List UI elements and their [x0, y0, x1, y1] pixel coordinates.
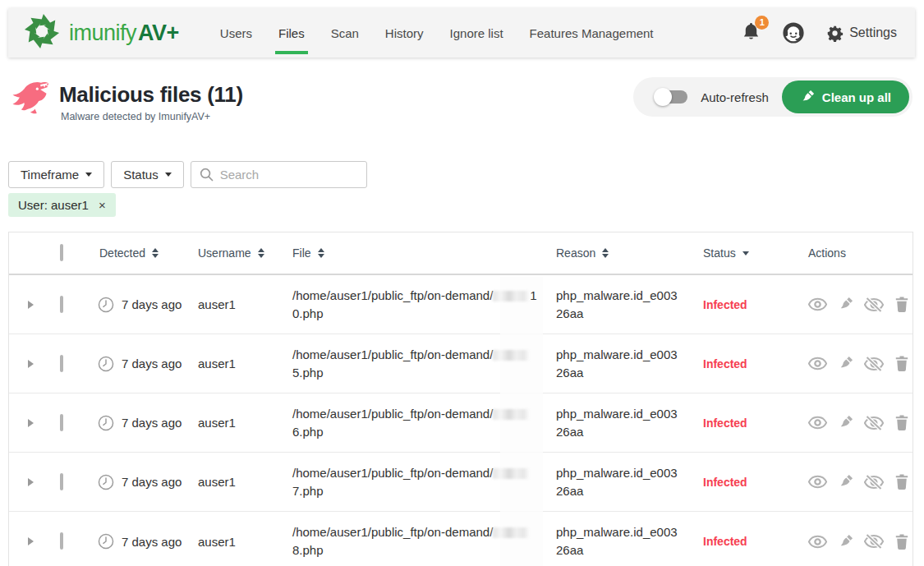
detected-cell: 7 days ago	[83, 533, 190, 550]
status-dropdown[interactable]: Status	[111, 161, 184, 188]
username-cell: auser1	[190, 297, 284, 311]
username-cell: auser1	[190, 416, 284, 430]
redacted-filename	[493, 291, 529, 301]
notifications-bell-icon[interactable]: 1	[742, 21, 761, 45]
delete-trash-icon[interactable]	[894, 533, 909, 550]
expand-row-button[interactable]	[9, 478, 52, 486]
column-header-file[interactable]: File	[284, 246, 548, 260]
chevron-right-icon	[28, 301, 34, 309]
auto-refresh-toggle[interactable]	[656, 90, 687, 104]
row-actions	[800, 355, 913, 372]
nav-item-files[interactable]: Files	[265, 8, 318, 58]
nav-item-users[interactable]: Users	[207, 8, 265, 58]
table-row: 7 days ago auser1 /home/auser1/public_ft…	[9, 334, 913, 393]
clock-icon	[98, 533, 114, 550]
ignore-eye-slash-icon[interactable]	[864, 297, 884, 312]
clock-icon	[98, 356, 114, 372]
expand-row-button[interactable]	[9, 360, 52, 368]
support-headset-icon[interactable]	[782, 21, 805, 44]
status-badge: Infected	[695, 416, 800, 430]
ignore-eye-slash-icon[interactable]	[864, 416, 884, 430]
table-row: 7 days ago auser1 /home/auser1/public_ft…	[9, 275, 913, 334]
expand-row-button[interactable]	[9, 419, 52, 427]
view-file-icon[interactable]	[808, 416, 827, 430]
clock-icon	[98, 415, 114, 431]
column-header-username[interactable]: Username	[190, 246, 284, 260]
main-nav: Users Files Scan History Ignore list Fea…	[207, 8, 667, 58]
row-actions	[800, 296, 913, 313]
row-checkbox[interactable]	[60, 355, 63, 372]
delete-trash-icon[interactable]	[894, 473, 909, 490]
reason-cell: php_malware.id_e00326aa	[548, 346, 695, 382]
status-badge: Infected	[695, 476, 800, 489]
clock-icon	[98, 297, 114, 313]
sort-icon	[602, 248, 609, 258]
row-actions	[800, 473, 913, 490]
brand-logo[interactable]: imunifyAV+	[23, 12, 179, 53]
timeframe-dropdown[interactable]: Timeframe	[8, 161, 104, 188]
nav-item-ignore-list[interactable]: Ignore list	[437, 8, 517, 58]
row-checkbox[interactable]	[60, 414, 63, 431]
row-checkbox[interactable]	[60, 473, 63, 490]
ignore-eye-slash-icon[interactable]	[864, 534, 884, 549]
column-header-detected[interactable]: Detected	[83, 246, 190, 260]
settings-button[interactable]: Settings	[826, 25, 897, 42]
row-checkbox[interactable]	[60, 296, 63, 313]
ignore-eye-slash-icon[interactable]	[864, 475, 884, 490]
chevron-right-icon	[28, 360, 34, 368]
view-file-icon[interactable]	[808, 357, 827, 370]
table-body: 7 days ago auser1 /home/auser1/public_ft…	[9, 275, 913, 566]
notification-badge: 1	[755, 16, 769, 30]
select-all-checkbox[interactable]	[60, 244, 63, 261]
imunify-pinwheel-icon	[23, 12, 61, 53]
filter-tag-user: User: auser1 ×	[8, 193, 116, 217]
sort-icon	[258, 248, 264, 258]
filter-caret-icon	[742, 251, 749, 255]
search-icon	[200, 168, 214, 182]
ignore-eye-slash-icon[interactable]	[864, 357, 884, 371]
view-file-icon[interactable]	[808, 297, 827, 311]
brand-suffix: AV+	[138, 21, 179, 45]
cleanup-broom-icon[interactable]	[838, 415, 853, 430]
expand-row-button[interactable]	[9, 301, 52, 309]
table-row: 7 days ago auser1 /home/auser1/public_ft…	[9, 512, 913, 566]
clean-up-all-button[interactable]: Clean up all	[782, 81, 909, 113]
column-header-reason[interactable]: Reason	[548, 246, 695, 260]
column-header-actions: Actions	[800, 246, 913, 260]
detected-cell: 7 days ago	[83, 356, 190, 372]
nav-item-features-management[interactable]: Features Management	[517, 8, 667, 58]
view-file-icon[interactable]	[808, 475, 827, 489]
reason-cell: php_malware.id_e00326aa	[548, 464, 695, 500]
nav-item-scan[interactable]: Scan	[318, 8, 372, 58]
cleanup-broom-icon[interactable]	[838, 474, 853, 490]
malicious-shark-icon	[7, 77, 53, 130]
malicious-files-table: Detected Username File Reason Status Act…	[8, 232, 913, 566]
file-path-cell: /home/auser1/public_ftp/on-demand/6.php	[284, 405, 548, 441]
nav-item-history[interactable]: History	[372, 8, 437, 58]
chevron-right-icon	[28, 419, 34, 427]
cleanup-broom-icon[interactable]	[838, 356, 853, 371]
view-file-icon[interactable]	[808, 535, 827, 549]
table-row: 7 days ago auser1 /home/auser1/public_ft…	[9, 393, 913, 453]
remove-tag-icon[interactable]: ×	[99, 198, 106, 212]
row-actions	[800, 533, 913, 550]
username-cell: auser1	[190, 357, 284, 370]
redacted-filename	[493, 409, 529, 420]
delete-trash-icon[interactable]	[894, 296, 909, 313]
settings-label: Settings	[849, 25, 897, 40]
file-path-cell: /home/auser1/public_ftp/on-demand/10.php	[284, 287, 548, 323]
detected-cell: 7 days ago	[83, 297, 190, 313]
detected-cell: 7 days ago	[83, 474, 190, 490]
sort-icon	[318, 248, 324, 258]
row-checkbox[interactable]	[60, 532, 63, 550]
delete-trash-icon[interactable]	[894, 355, 909, 372]
column-header-status[interactable]: Status	[695, 246, 800, 260]
reason-cell: php_malware.id_e00326aa	[548, 405, 695, 441]
delete-trash-icon[interactable]	[894, 414, 909, 431]
file-path-cell: /home/auser1/public_ftp/on-demand/5.php	[284, 346, 548, 382]
cleanup-broom-icon[interactable]	[838, 534, 853, 550]
expand-row-button[interactable]	[9, 537, 52, 545]
cleanup-broom-icon[interactable]	[838, 297, 853, 312]
search-input[interactable]	[220, 168, 384, 182]
status-badge: Infected	[695, 357, 800, 370]
